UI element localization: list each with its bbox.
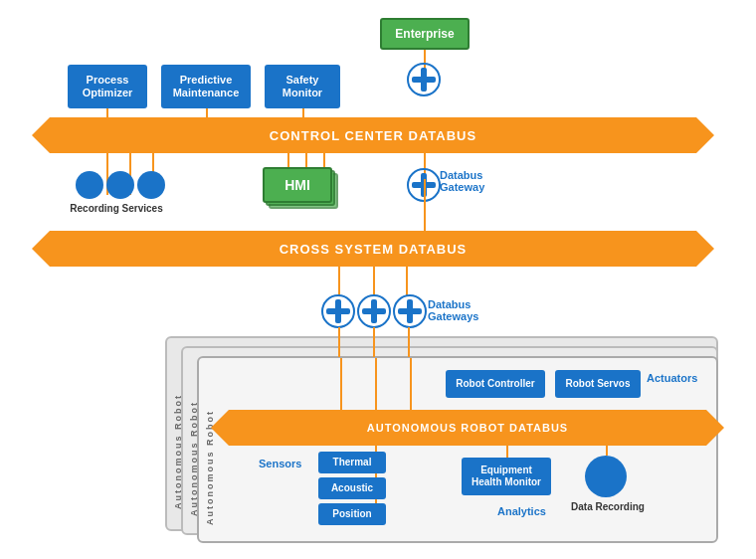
- predictive-maintenance-box: PredictiveMaintenance: [161, 65, 251, 108]
- data-recording-circle: [585, 456, 627, 497]
- vline-cross2: [373, 267, 375, 296]
- vline-safety: [302, 108, 304, 117]
- vline-gw-to-robot3: [408, 327, 410, 357]
- thermal-box: Thermal: [318, 452, 386, 473]
- svg-rect-1: [421, 68, 427, 92]
- hmi-card-1: HMI: [263, 167, 332, 203]
- robot-controller-box: Robot Controller: [446, 370, 545, 398]
- safety-monitor-box: SafetyMonitor: [265, 65, 340, 108]
- svg-rect-13: [407, 299, 413, 323]
- vline-ar2: [375, 358, 377, 410]
- vline-ar1: [340, 358, 342, 410]
- vline-cross1: [338, 267, 340, 296]
- equipment-health-box: EquipmentHealth Monitor: [462, 458, 551, 495]
- recording-group: [76, 171, 165, 199]
- enterprise-box: Enterprise: [380, 18, 470, 50]
- vline-equip: [506, 446, 508, 458]
- acoustic-box: Acoustic: [318, 477, 386, 499]
- analytics-label: Analytics: [497, 505, 546, 517]
- rec-circle-1: [76, 171, 103, 199]
- vline-gateway-down: [424, 179, 426, 231]
- actuators-label: Actuators: [647, 372, 697, 384]
- architecture-diagram: Enterprise ProcessOptimizer PredictiveMa…: [0, 0, 756, 559]
- cross-icon-enterprise: [406, 62, 442, 97]
- rec-circle-3: [137, 171, 165, 199]
- robot-servos-box: Robot Servos: [555, 370, 641, 398]
- recording-services-label: Recording Services: [62, 203, 171, 214]
- process-optimizer-box: ProcessOptimizer: [68, 65, 147, 108]
- vline-maintenance: [206, 108, 208, 117]
- rec-circle-2: [106, 171, 134, 199]
- autonomous-robot-databus: AUTONOMOUS ROBOT DATABUS: [229, 410, 706, 446]
- robot-panel-1: Autonomous Robot Robot Controller Robot …: [197, 356, 718, 543]
- vline-gw-to-robot2: [373, 327, 375, 357]
- data-recording-label: Data Recording: [563, 501, 653, 512]
- vline-cross3: [406, 267, 408, 296]
- databus-gateways-label: Databus Gateways: [428, 298, 517, 322]
- sensors-label: Sensors: [259, 458, 301, 469]
- position-box: Position: [318, 503, 386, 525]
- svg-rect-10: [371, 299, 377, 323]
- databus-gateway-1-label: DatabusGateway: [440, 169, 519, 193]
- cross-icon-gateway-c: [392, 293, 428, 329]
- vline-datarec: [606, 446, 608, 456]
- vline-gw-to-robot1: [338, 327, 340, 357]
- control-center-databus: CONTROL CENTER DATABUS: [50, 117, 696, 153]
- cross-icon-gateway-a: [320, 293, 356, 329]
- vline-optimizer: [106, 108, 108, 117]
- cross-icon-gateway-b: [356, 293, 392, 329]
- cross-system-databus: CROSS SYSTEM DATABUS: [50, 231, 696, 267]
- vline-ar3: [410, 358, 412, 410]
- svg-rect-7: [335, 299, 341, 323]
- hmi-stack: HMI: [263, 167, 342, 215]
